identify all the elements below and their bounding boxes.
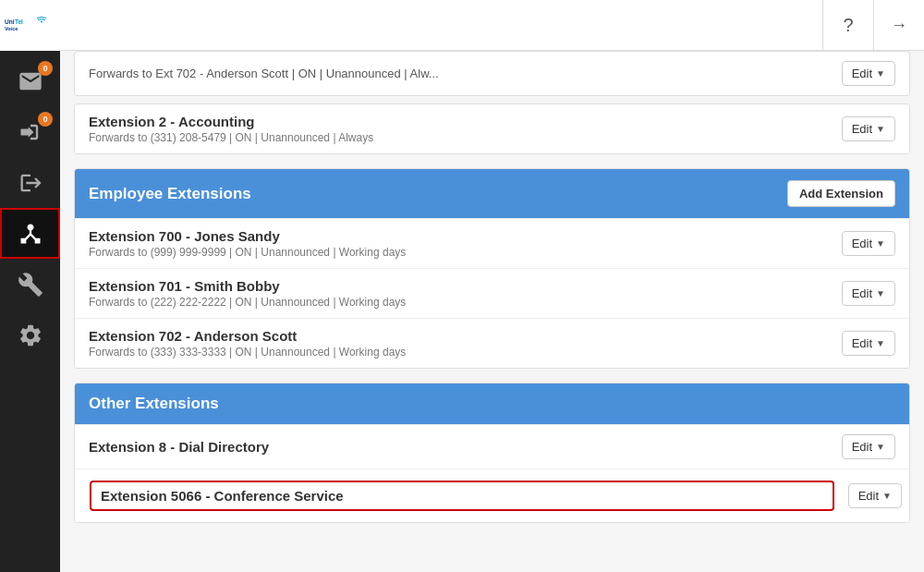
sidebar-item-settings[interactable]: [0, 310, 60, 360]
ext702-title: Extension 702 - Anderson Scott: [89, 328, 406, 344]
employee-extensions-title: Employee Extensions: [89, 185, 251, 203]
signout-icon: [18, 170, 43, 196]
ext2-edit-label: Edit: [852, 122, 872, 136]
ext2-subtitle: Forwards to (331) 208-5479 | ON | Unanno…: [89, 131, 373, 144]
sidebar-item-signin[interactable]: 0: [0, 106, 60, 157]
ext702-row: Extension 702 - Anderson Scott Forwards …: [75, 318, 909, 368]
login-icon: →: [891, 16, 907, 35]
ext5066-edit-label: Edit: [858, 489, 879, 503]
ext5066-edit-caret: ▼: [882, 491, 892, 501]
help-icon: ?: [843, 15, 853, 36]
other-extensions-section: Other Extensions Extension 8 - Dial Dire…: [74, 383, 910, 523]
ext700-edit-caret: ▼: [876, 238, 885, 249]
ext702-edit-label: Edit: [852, 336, 872, 350]
sidebar-nav: 0 0: [0, 55, 60, 360]
gear-icon: [18, 323, 43, 348]
top-partial-row: Forwards to Ext 702 - Anderson Scott | O…: [74, 51, 910, 96]
top-partial-edit-button[interactable]: Edit ▼: [842, 61, 895, 86]
add-extension-button[interactable]: Add Extension: [787, 180, 895, 207]
top-partial-text: Forwards to Ext 702 - Anderson Scott | O…: [89, 67, 439, 80]
ext700-subtitle: Forwards to (999) 999-9999 | ON | Unanno…: [89, 246, 406, 259]
ext8-row: Extension 8 - Dial Directory Edit ▼: [75, 424, 909, 469]
ext701-title: Extension 701 - Smith Bobby: [89, 278, 406, 294]
ext5066-title: Extension 5066 - Conference Service: [101, 488, 823, 504]
top-partial-edit-caret: ▼: [876, 68, 885, 79]
ext8-title: Extension 8 - Dial Directory: [89, 439, 269, 455]
ext700-edit-button[interactable]: Edit ▼: [842, 231, 895, 256]
logo: Uni Tel Voice: [0, 0, 60, 51]
ext701-edit-button[interactable]: Edit ▼: [842, 281, 895, 306]
messages-badge: 0: [38, 61, 53, 76]
ext700-title: Extension 700 - Jones Sandy: [89, 228, 406, 244]
ext702-edit-button[interactable]: Edit ▼: [842, 331, 895, 356]
ext2-title: Extension 2 - Accounting: [89, 114, 373, 129]
signin-badge: 0: [38, 112, 53, 127]
network-icon: [18, 221, 43, 247]
svg-point-3: [41, 21, 43, 23]
svg-text:Uni: Uni: [5, 18, 15, 25]
ext700-info: Extension 700 - Jones Sandy Forwards to …: [89, 228, 406, 259]
sidebar-item-tools[interactable]: [0, 259, 60, 310]
ext5066-highlight-box: Extension 5066 - Conference Service: [90, 481, 834, 511]
ext2-edit-caret: ▼: [876, 124, 885, 134]
ext5066-row: Extension 5066 - Conference Service Edit…: [75, 469, 909, 522]
ext8-info: Extension 8 - Dial Directory: [89, 439, 269, 455]
ext8-edit-label: Edit: [852, 440, 872, 454]
ext8-edit-button[interactable]: Edit ▼: [842, 434, 895, 459]
svg-text:Tel: Tel: [15, 18, 23, 25]
ext8-edit-caret: ▼: [876, 442, 885, 452]
sidebar: Uni Tel Voice 0 0: [0, 0, 60, 572]
basic-extensions-section: Extension 2 - Accounting Forwards to (33…: [74, 103, 910, 154]
other-extensions-header: Other Extensions: [75, 383, 909, 424]
sidebar-item-messages[interactable]: 0: [0, 55, 60, 106]
ext2-edit-button[interactable]: Edit ▼: [842, 116, 895, 141]
logo-image: Uni Tel Voice: [5, 9, 55, 42]
ext702-info: Extension 702 - Anderson Scott Forwards …: [89, 328, 406, 359]
ext2-row: Extension 2 - Accounting Forwards to (33…: [75, 104, 909, 153]
ext702-subtitle: Forwards to (333) 333-3333 | ON | Unanno…: [89, 346, 406, 359]
svg-text:Voice: Voice: [5, 26, 18, 31]
other-extensions-title: Other Extensions: [89, 395, 219, 413]
ext2-info: Extension 2 - Accounting Forwards to (33…: [89, 114, 373, 144]
ext701-edit-caret: ▼: [876, 288, 885, 298]
content-area: Forwards to Ext 702 - Anderson Scott | O…: [60, 51, 924, 572]
top-header: ? →: [60, 0, 924, 51]
sidebar-item-signout[interactable]: [0, 157, 60, 208]
ext701-subtitle: Forwards to (222) 222-2222 | ON | Unanno…: [89, 296, 406, 309]
employee-extensions-section: Employee Extensions Add Extension Extens…: [74, 168, 910, 369]
sidebar-item-extensions[interactable]: [0, 208, 60, 259]
ext700-edit-label: Edit: [852, 237, 872, 250]
ext701-edit-label: Edit: [852, 286, 872, 300]
login-button[interactable]: →: [873, 0, 924, 51]
top-partial-edit-label: Edit: [852, 67, 872, 80]
ext702-edit-caret: ▼: [876, 338, 885, 348]
employee-extensions-header: Employee Extensions Add Extension: [75, 169, 909, 218]
ext700-row: Extension 700 - Jones Sandy Forwards to …: [75, 218, 909, 268]
ext701-info: Extension 701 - Smith Bobby Forwards to …: [89, 278, 406, 309]
main-content: ? → Forwards to Ext 702 - Anderson Scott…: [60, 0, 924, 572]
help-button[interactable]: ?: [822, 0, 873, 51]
ext701-row: Extension 701 - Smith Bobby Forwards to …: [75, 268, 909, 318]
wrench-icon: [18, 272, 43, 298]
ext5066-edit-button[interactable]: Edit ▼: [848, 483, 902, 508]
